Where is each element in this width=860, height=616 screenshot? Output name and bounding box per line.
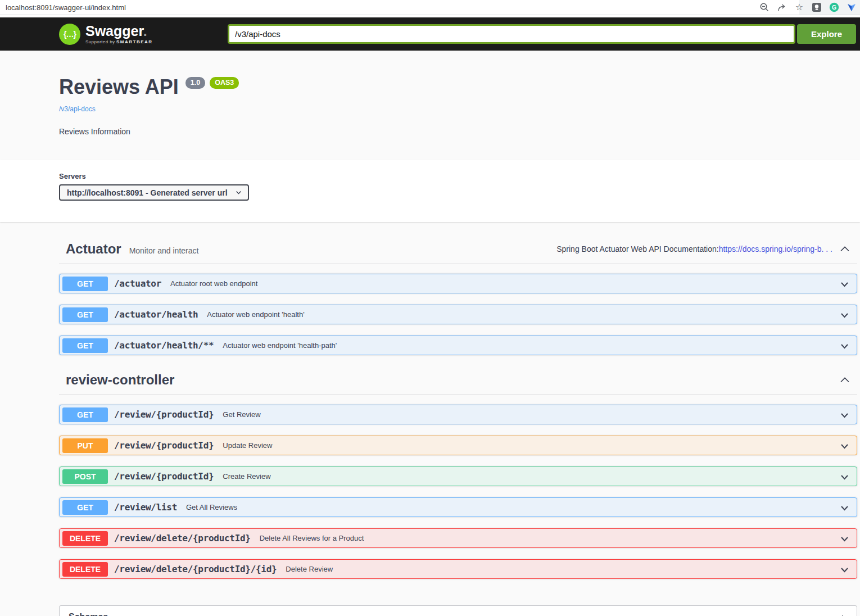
expand-endpoint-icon[interactable] bbox=[839, 533, 850, 545]
endpoint-summary: Actuator web endpoint 'health-path' bbox=[223, 341, 337, 350]
tag-doc-link[interactable]: https://docs.spring.io/spring-b. . . bbox=[719, 244, 832, 253]
expand-endpoint-icon[interactable] bbox=[839, 472, 850, 483]
method-badge: DELETE bbox=[62, 531, 108, 546]
method-badge: PUT bbox=[62, 438, 108, 453]
page-title: Reviews API 1.0 OAS3 bbox=[59, 75, 860, 99]
endpoint-summary: Get All Reviews bbox=[186, 503, 237, 511]
endpoint-row[interactable]: GET /actuator/health/** Actuator web end… bbox=[59, 336, 857, 355]
version-badge: 1.0 bbox=[185, 77, 205, 89]
endpoint-summary: Delete All Reviews for a Product bbox=[260, 534, 364, 542]
servers-select[interactable]: http://localhost:8091 - Generated server… bbox=[59, 184, 249, 201]
api-tag-section: Actuator Monitor and interact Spring Boo… bbox=[59, 235, 857, 355]
method-badge: GET bbox=[62, 500, 108, 515]
schemas-section-header[interactable]: Schemas bbox=[59, 605, 857, 616]
smartbear-tagline: Supported by SMARTBEAR bbox=[85, 39, 153, 44]
servers-label: Servers bbox=[59, 172, 860, 180]
scheme-container: Servers http://localhost:8091 - Generate… bbox=[0, 160, 860, 222]
swagger-logo[interactable]: {…} Swagger. Supported by SMARTBEAR bbox=[59, 24, 228, 45]
endpoint-summary: Update Review bbox=[223, 441, 272, 450]
endpoint-summary: Actuator web endpoint 'health' bbox=[207, 310, 304, 319]
browser-url[interactable]: localhost:8091/swagger-ui/index.html bbox=[6, 3, 126, 12]
expand-endpoint-icon[interactable] bbox=[839, 310, 850, 321]
bookmark-star-icon[interactable]: ☆ bbox=[794, 2, 804, 12]
endpoint-path: /review/{productId} bbox=[114, 440, 214, 451]
endpoint-row[interactable]: DELETE /review/delete/{productId}/{id} D… bbox=[59, 559, 857, 579]
endpoint-row[interactable]: POST /review/{productId} Create Review bbox=[59, 466, 857, 486]
endpoint-path: /actuator/health/** bbox=[114, 340, 214, 351]
tag-doc-text: Spring Boot Actuator Web API Documentati… bbox=[556, 244, 718, 253]
chevron-down-icon bbox=[235, 189, 242, 196]
expand-endpoint-icon[interactable] bbox=[839, 410, 850, 421]
endpoint-row[interactable]: GET /actuator/health Actuator web endpoi… bbox=[59, 305, 857, 324]
api-tag-section: review-controller GET /review/{productId… bbox=[59, 366, 857, 579]
expand-endpoint-icon[interactable] bbox=[839, 502, 850, 514]
endpoint-path: /actuator bbox=[114, 278, 161, 289]
endpoint-row[interactable]: GET /review/{productId} Get Review bbox=[59, 405, 857, 424]
endpoint-row[interactable]: DELETE /review/delete/{productId} Delete… bbox=[59, 528, 857, 548]
grammarly-icon[interactable]: G bbox=[829, 2, 839, 12]
schemas-title: Schemas bbox=[69, 612, 108, 616]
tag-title: review-controller bbox=[66, 372, 174, 388]
swagger-logo-icon: {…} bbox=[59, 24, 80, 45]
collapse-section-icon[interactable] bbox=[838, 374, 852, 386]
method-badge: GET bbox=[62, 338, 108, 353]
endpoint-path: /review/list bbox=[114, 502, 177, 513]
endpoint-path: /review/{productId} bbox=[114, 471, 214, 482]
method-badge: POST bbox=[62, 469, 108, 484]
expand-endpoint-icon[interactable] bbox=[839, 441, 850, 452]
endpoint-path: /review/delete/{productId}/{id} bbox=[114, 564, 277, 574]
endpoint-row[interactable]: GET /actuator Actuator root web endpoint bbox=[59, 274, 857, 293]
servers-selected-option: http://localhost:8091 - Generated server… bbox=[67, 188, 228, 197]
swagger-topbar: {…} Swagger. Supported by SMARTBEAR Expl… bbox=[0, 17, 860, 51]
share-icon[interactable] bbox=[777, 2, 787, 12]
spec-url-input[interactable] bbox=[228, 24, 795, 44]
swagger-wordmark: Swagger. bbox=[85, 24, 153, 38]
endpoint-summary: Get Review bbox=[223, 410, 260, 419]
api-description: Reviews Information bbox=[59, 127, 860, 136]
v-extension-icon[interactable] bbox=[847, 2, 857, 12]
explore-button[interactable]: Explore bbox=[797, 24, 856, 44]
endpoint-summary: Create Review bbox=[223, 472, 270, 481]
expand-endpoint-icon[interactable] bbox=[839, 564, 850, 576]
extension-bulb-icon[interactable] bbox=[812, 2, 822, 12]
tag-subtitle: Monitor and interact bbox=[129, 246, 199, 255]
method-badge: GET bbox=[62, 407, 108, 422]
endpoint-path: /actuator/health bbox=[114, 309, 198, 320]
expand-endpoint-icon[interactable] bbox=[839, 341, 850, 352]
api-operations: Actuator Monitor and interact Spring Boo… bbox=[0, 235, 860, 616]
method-badge: GET bbox=[62, 307, 108, 322]
collapse-schemas-icon[interactable] bbox=[836, 612, 849, 616]
zoom-out-icon[interactable] bbox=[759, 2, 770, 12]
expand-endpoint-icon[interactable] bbox=[839, 279, 850, 290]
endpoint-path: /review/{productId} bbox=[114, 409, 214, 420]
endpoint-row[interactable]: GET /review/list Get All Reviews bbox=[59, 497, 857, 517]
method-badge: GET bbox=[62, 277, 108, 291]
api-info-section: Reviews API 1.0 OAS3 /v3/api-docs Review… bbox=[0, 51, 860, 160]
browser-address-bar[interactable]: localhost:8091/swagger-ui/index.html ☆ G bbox=[0, 0, 860, 15]
tag-section-header[interactable]: Actuator Monitor and interact Spring Boo… bbox=[59, 235, 857, 264]
endpoint-summary: Delete Review bbox=[286, 565, 333, 573]
tag-title: Actuator bbox=[66, 241, 121, 257]
method-badge: DELETE bbox=[62, 562, 108, 577]
endpoint-summary: Actuator root web endpoint bbox=[170, 279, 257, 288]
tag-section-header[interactable]: review-controller bbox=[59, 366, 857, 395]
collapse-section-icon[interactable] bbox=[838, 243, 852, 255]
svg-text:G: G bbox=[832, 4, 836, 11]
endpoint-path: /review/delete/{productId} bbox=[114, 533, 251, 543]
oas3-badge: OAS3 bbox=[210, 77, 239, 89]
endpoint-row[interactable]: PUT /review/{productId} Update Review bbox=[59, 436, 857, 455]
spec-link[interactable]: /v3/api-docs bbox=[59, 105, 96, 113]
